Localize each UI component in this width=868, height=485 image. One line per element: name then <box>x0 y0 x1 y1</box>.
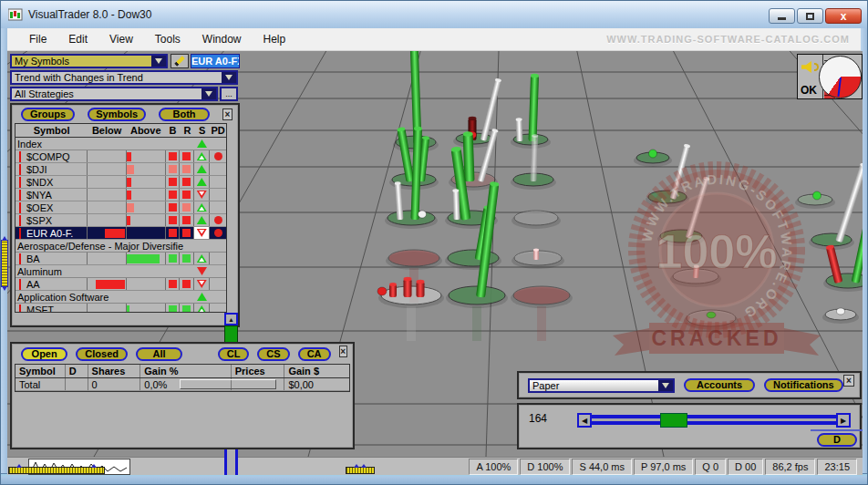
symbol-row[interactable]: $COMPQ <box>16 150 226 163</box>
symbol-list-dropdown[interactable]: My Symbols <box>10 54 168 68</box>
pd-cell <box>210 291 226 303</box>
group-label: Aerospace/Defense - Major Diversifie <box>16 240 194 252</box>
menu-help[interactable]: Help <box>253 29 297 49</box>
dropdown-arrow-icon[interactable] <box>151 56 166 67</box>
edit-list-button[interactable] <box>170 54 189 68</box>
column-header-gain[interactable]: Gain $ <box>284 365 349 377</box>
slider-right-arrow[interactable]: ▶ <box>836 413 851 428</box>
symbol-row[interactable]: $OEX <box>16 201 226 214</box>
square-green <box>182 254 191 263</box>
close-icon[interactable]: × <box>843 375 854 387</box>
group-row[interactable]: Aerospace/Defense - Major Diversifie <box>16 240 226 253</box>
below-above-cell <box>88 201 165 213</box>
accounts-button[interactable]: Accounts <box>684 378 755 392</box>
close-icon[interactable]: × <box>339 346 347 357</box>
column-header-pd[interactable]: PD <box>210 124 226 137</box>
time-slider[interactable]: ◀ ▶ <box>577 413 851 428</box>
menu-file[interactable]: File <box>18 29 57 49</box>
action-ca[interactable]: CA <box>298 347 331 361</box>
menu-edit[interactable]: Edit <box>57 29 98 49</box>
dropdown-arrow-icon[interactable] <box>202 88 216 99</box>
trend-bar <box>127 178 131 187</box>
notifications-button[interactable]: Notifications <box>764 378 843 392</box>
minimized-bar[interactable] <box>346 467 375 474</box>
symbol-row[interactable]: $SPX <box>16 214 226 227</box>
square-red-light <box>182 203 191 212</box>
dropdown-arrow-icon[interactable] <box>222 72 236 83</box>
positions-total-row[interactable]: Total00,0%$0,00 <box>16 378 349 391</box>
symbol-row[interactable]: MSFT <box>16 304 226 312</box>
b-cell <box>166 304 181 312</box>
menu-tools[interactable]: Tools <box>144 29 191 49</box>
main-3d-view[interactable]: WWW.TRADING-SOFTWARE.ORG 100% CRACKED My… <box>7 51 863 475</box>
filter-closed[interactable]: Closed <box>76 347 128 361</box>
column-header-symbol[interactable]: Symbol <box>16 124 88 137</box>
action-cl[interactable]: CL <box>218 347 250 361</box>
collapsed-panel-handle[interactable] <box>1 240 8 287</box>
day-mode-button[interactable]: D <box>817 433 857 447</box>
strategy-more-button[interactable]: ... <box>220 87 238 101</box>
action-cs[interactable]: CS <box>257 347 289 361</box>
signal-up-green <box>197 152 207 160</box>
speaker-icon[interactable] <box>801 61 814 73</box>
strategy-dropdown[interactable]: All Strategies <box>10 87 218 101</box>
square-red <box>169 229 177 237</box>
slider-track[interactable] <box>592 415 836 425</box>
column-header-d[interactable]: D <box>66 365 88 377</box>
minimize-button[interactable] <box>769 8 795 24</box>
filter-open[interactable]: Open <box>21 347 67 361</box>
maximize-button[interactable] <box>797 8 823 24</box>
close-button[interactable]: x <box>825 8 862 24</box>
column-header-gain[interactable]: Gain % <box>140 365 231 377</box>
symbol-row[interactable]: $DJI <box>16 163 226 176</box>
gauge-pie <box>819 56 862 98</box>
column-header-r[interactable]: R <box>180 124 194 137</box>
column-header-symbol[interactable]: Symbol <box>16 365 66 377</box>
trend-value: Trend with Changes in Trend <box>12 72 222 83</box>
tab-both[interactable]: Both <box>159 108 210 121</box>
pd-cell <box>210 240 226 252</box>
column-header-shares[interactable]: Shares <box>88 365 141 377</box>
symbol-row[interactable]: $NDX <box>16 176 226 189</box>
symbols-table: SymbolBelowAboveBRSPD Index$COMPQ$DJI$ND… <box>15 123 227 313</box>
total-cell: Total <box>16 378 66 390</box>
column-header-above[interactable]: Above <box>126 124 166 137</box>
square-red <box>182 191 191 199</box>
group-row[interactable]: Aluminum <box>16 265 226 278</box>
column-header-b[interactable]: B <box>166 124 181 137</box>
column-header-s[interactable]: S <box>194 124 210 137</box>
title-bar[interactable]: VisualTrader 8.0 - Dow30 x <box>1 1 868 28</box>
square-red <box>182 178 191 186</box>
group-row[interactable]: Application Software <box>16 291 226 304</box>
slider-thumb[interactable] <box>660 413 687 428</box>
trend-dropdown[interactable]: Trend with Changes in Trend <box>10 70 238 85</box>
positions-table: SymbolDSharesGain %PricesGain $ Total00,… <box>15 364 350 392</box>
symbol-row[interactable]: $NYA <box>16 189 226 201</box>
minimized-bar[interactable] <box>8 467 105 474</box>
active-symbol-field[interactable]: EUR A0-FX <box>191 54 240 68</box>
symbol-row[interactable]: AA <box>16 278 226 291</box>
menu-window[interactable]: Window <box>191 29 253 49</box>
pd-dot <box>214 229 222 237</box>
square-green <box>169 305 177 312</box>
dropdown-arrow-icon[interactable] <box>658 380 673 391</box>
column-header-below[interactable]: Below <box>88 124 126 137</box>
account-dropdown[interactable]: Paper <box>528 378 675 393</box>
close-icon[interactable]: × <box>222 108 232 120</box>
symbol-label: $OEX <box>16 201 88 213</box>
slider-left-arrow[interactable]: ◀ <box>577 413 592 428</box>
tab-symbols[interactable]: Symbols <box>88 108 146 121</box>
signal-up-green <box>197 305 207 312</box>
symbol-row[interactable]: BA <box>16 253 226 265</box>
minimize-icon <box>778 17 786 20</box>
scroll-up-icon[interactable]: ▲ <box>224 313 238 325</box>
menu-view[interactable]: View <box>98 29 144 49</box>
b-cell <box>166 176 181 188</box>
tab-groups[interactable]: Groups <box>21 108 75 121</box>
column-header-prices[interactable]: Prices <box>232 365 284 377</box>
filter-all[interactable]: All <box>136 347 182 361</box>
group-row[interactable]: Index <box>16 138 226 150</box>
account-panel: Paper AccountsNotifications× <box>517 371 862 399</box>
symbol-row[interactable]: EUR A0-F. <box>16 227 226 240</box>
pd-cell <box>210 265 226 277</box>
